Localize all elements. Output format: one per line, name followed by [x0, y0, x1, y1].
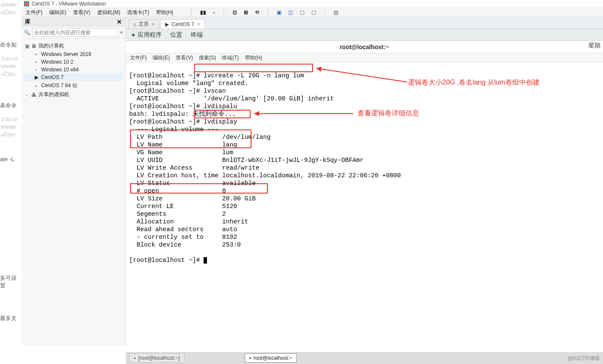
library-sidebar: 库 ✕ 🔍 ▾ ▣ 🖥 我的计算机 ▫ Windows Server 2016 [21, 17, 126, 345]
gnome-terminal-app[interactable]: 终端 [191, 31, 203, 39]
tab-label: CentOS 7 [171, 21, 194, 27]
gutter-heading: 多可设置 [0, 274, 21, 290]
library-search-input[interactable] [32, 28, 118, 37]
tree-label: 我的计算机 [38, 42, 64, 50]
tab-label: 主页 [139, 21, 149, 28]
tab-centos7[interactable]: ▶ CentOS 7 ✕ [160, 19, 205, 29]
sidebar-header: 库 ✕ [21, 17, 125, 26]
gutter-line: 1cto.co [0, 115, 21, 123]
svg-marker-5 [254, 111, 259, 116]
vmware-icon [24, 1, 29, 6]
dropdown-icon[interactable]: ▾ [213, 10, 215, 15]
tree-label: Windows Server 2016 [41, 51, 91, 57]
tree-my-computer[interactable]: ▣ 🖥 我的计算机 [23, 41, 124, 50]
menu-vm[interactable]: 虚拟机(M) [97, 9, 120, 16]
terminal-cursor [204, 257, 207, 264]
menu-file[interactable]: 文件(F) [26, 9, 42, 16]
collapse-icon[interactable]: ▣ [25, 43, 29, 49]
expand-icon[interactable]: ▫ [25, 92, 29, 98]
menu-help[interactable]: 帮助(H) [156, 9, 174, 16]
tree-vm-item[interactable]: ▫ Windows 10 2 [23, 58, 124, 66]
pause-icon[interactable]: ▮▮ [200, 9, 206, 15]
gnome-apps-label: 应用程序 [138, 31, 162, 39]
vm-running-icon: ▶ [165, 21, 169, 27]
gutter-heading: 条命令 [0, 102, 21, 109]
term-line: LV Path /dev/lum/lang [129, 134, 271, 141]
term-line: - currently set to 8192 [129, 234, 237, 241]
vmware-menubar: 文件(F) 编辑(E) 查看(V) 虚拟机(M) 选项卡(T) 帮助(H) ▮▮… [21, 8, 603, 17]
annotation-text-mid: 查看逻辑卷详细信息 [358, 109, 419, 117]
tree-shared-vms[interactable]: ▫ 🖧 共享的虚拟机 [23, 90, 124, 99]
search-dropdown-icon[interactable]: ▾ [120, 29, 123, 35]
menu-edit[interactable]: 编辑(E) [49, 9, 66, 16]
menu-tabs[interactable]: 选项卡(T) [127, 9, 149, 16]
tree-vm-item[interactable]: ▫ CentOS 7 64 位 [23, 81, 124, 90]
annotation-box-lvcreate [194, 64, 313, 72]
shared-icon: 🖧 [31, 92, 37, 98]
gnome-applications[interactable]: ✦ 应用程序 [131, 31, 162, 39]
library-tree: ▣ 🖥 我的计算机 ▫ Windows Server 2016 ▫ Window… [21, 39, 125, 345]
gnome-places[interactable]: 位置 [170, 31, 182, 39]
term-menu-search[interactable]: 搜索(S) [199, 54, 216, 62]
term-menu-view[interactable]: 查看(V) [176, 54, 193, 62]
term-line: # lvcreate -L 20G -n lang lum [196, 72, 304, 79]
term-line: bash: lvdispalu: 未找到命令... [129, 111, 236, 117]
gnome-top-bar: ✦ 应用程序 位置 终端 [126, 29, 603, 41]
term-line: [root@localhost ~]# lvscan [129, 88, 226, 94]
tree-label: CentOS 7 [41, 74, 64, 80]
home-icon: ⌂ [133, 21, 136, 27]
fullscreen-icon[interactable]: ▣ [277, 9, 281, 15]
gutter-line: uZ3po [0, 70, 21, 78]
gutter-line: uZ3po [0, 131, 21, 138]
terminal-window-title: root@localhost:~ [126, 41, 603, 53]
term-line: [root@localhost ~]# [129, 257, 204, 264]
tree-label: Windows 10 2 [41, 59, 73, 65]
term-line: ACTIVE '/dev/lum/lang' [20.00 GiB] inher… [129, 95, 334, 102]
gnome-taskbar: ▪ [root@localhost:~] ▪ root@localhost:~ … [126, 352, 603, 364]
tree-vm-item-selected[interactable]: ▶ CentOS 7 [23, 73, 124, 81]
vmware-tabbar: ⌂ 主页 ✕ ▶ CentOS 7 ✕ [126, 17, 603, 29]
gnome-places-label: 位置 [170, 31, 182, 39]
svg-line-2 [316, 68, 407, 82]
sidebar-close-icon[interactable]: ✕ [117, 18, 122, 25]
term-line: [root@localhost ~] [129, 72, 196, 79]
svg-rect-1 [25, 2, 28, 6]
term-line: [root@localhost ~]# lvdispalu [129, 103, 237, 110]
vm-icon: ▫ [33, 51, 39, 57]
vmware-title-text: CentOS 7 - VMware Workstation [32, 1, 106, 7]
terminal-output[interactable]: [root@localhost ~]# lvcreate -L 20G -n l… [126, 62, 603, 364]
menu-view[interactable]: 查看(V) [73, 9, 90, 16]
snapshot-icon[interactable]: ⊡ [233, 9, 237, 15]
gnome-clock: 星期 [588, 42, 600, 50]
annotation-text-top: 逻辑卷大小20G ,卷名lang 从lum卷组中创建 [408, 79, 540, 86]
term-menu-terminal[interactable]: 终端(T) [222, 54, 239, 62]
gutter-line: 1cto.co [0, 55, 21, 62]
term-menu-edit[interactable]: 编辑(E) [153, 54, 170, 62]
term-line: LV Status available [129, 180, 256, 187]
taskbar-app-active[interactable]: ▪ root@localhost:~ [245, 353, 297, 363]
taskbar-app-inactive[interactable]: ▪ [root@localhost:~] [129, 353, 185, 363]
watermark: @51CTO博客 [568, 355, 600, 362]
tree-vm-item[interactable]: ▫ Windows 10 x64 [23, 66, 124, 73]
term-line: # open 0 [129, 188, 226, 194]
revert-icon[interactable]: ⟲ [255, 9, 259, 15]
term-line: Current LE 5120 [129, 203, 237, 210]
unity-icon[interactable]: ◫ [288, 9, 293, 15]
gutter-heading: 最多支 [0, 314, 21, 322]
content-area: ⌂ 主页 ✕ ▶ CentOS 7 ✕ ✦ 应用程序 位置 [126, 17, 603, 345]
background-page-fragments: e/wate uZ3po 命令如 1cto.co e/wate uZ3po 条命… [0, 0, 21, 364]
sidebar-title: 库 [25, 18, 30, 26]
term-menu-file[interactable]: 文件(F) [130, 54, 147, 62]
tree-vm-item[interactable]: ▫ Windows Server 2016 [23, 50, 124, 58]
snapshot-manager-icon[interactable]: ⊞ [244, 9, 248, 15]
term-line: LV Write Access read/write [129, 164, 260, 171]
applications-icon: ✦ [131, 32, 136, 38]
view-icon1[interactable]: ▢ [300, 9, 304, 15]
close-icon[interactable]: ✕ [197, 22, 200, 26]
view-icon2[interactable]: ▢ [311, 9, 316, 15]
close-icon[interactable]: ✕ [151, 22, 155, 26]
term-menu-help[interactable]: 帮助(H) [245, 54, 263, 62]
tab-home[interactable]: ⌂ 主页 ✕ [128, 19, 160, 29]
library-icon[interactable]: ▤ [334, 9, 338, 15]
vm-icon: ▫ [33, 83, 39, 89]
